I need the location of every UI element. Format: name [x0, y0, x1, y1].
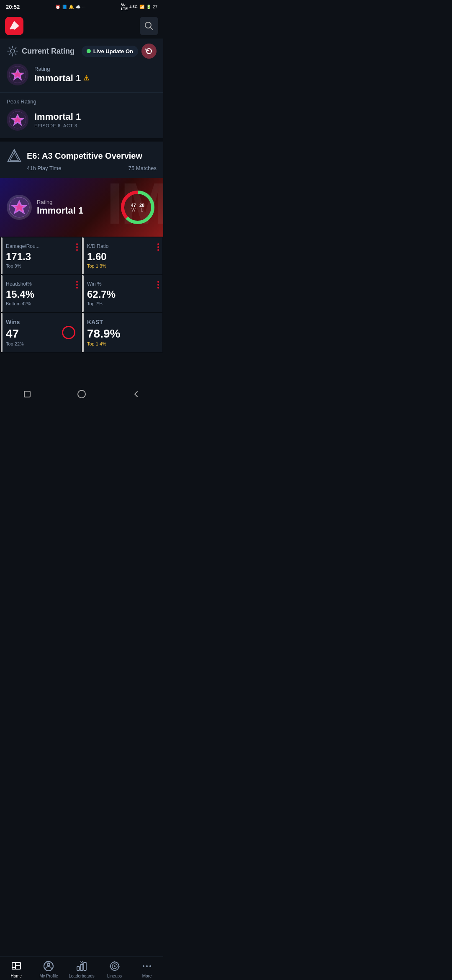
back-icon	[132, 390, 140, 398]
stat-value-kd: 1.60	[87, 251, 157, 263]
status-bar: 20:52 ⏰ 📘 🔔 ☁️ ··· VoLTE 4.5G 📶 🔋 27	[0, 0, 163, 13]
bottom-stat-card-wins: Wins 47 Top 22%	[1, 313, 81, 352]
overview-title: E6: A3 Competitive Overview	[27, 151, 142, 161]
search-button[interactable]	[140, 17, 158, 35]
refresh-icon	[145, 47, 153, 55]
stat-more-win[interactable]	[157, 281, 159, 289]
stat-bar	[1, 237, 3, 274]
play-time: 41h Play Time	[27, 165, 61, 171]
status-time: 20:52	[6, 4, 20, 10]
stat-bar-wins-bottom	[1, 313, 3, 352]
stat-title-kd: K/D Ratio	[87, 243, 157, 249]
peak-rating-section: Peak Rating Immortal 1 EPISODE 6: ACT 3	[0, 92, 163, 138]
alarm-icon: ⏰	[55, 5, 60, 9]
section-divider	[0, 138, 163, 142]
stat-bar-hs	[1, 275, 3, 312]
notification-icon: 🔔	[69, 5, 74, 9]
overview-icon	[7, 148, 22, 163]
overview-header: E6: A3 Competitive Overview	[7, 148, 157, 163]
svg-point-49	[78, 390, 85, 398]
stat-bar-win	[82, 275, 84, 312]
donut-text: 47 W 28 L	[131, 203, 145, 212]
card-rating-label: Rating	[37, 199, 83, 205]
stop-icon	[23, 390, 31, 398]
bottom-spacer	[0, 353, 163, 387]
card-rating-name: Immortal 1	[37, 205, 83, 216]
stats-card-bg: Rating Immortal 1 47 W 28 L	[0, 178, 163, 237]
stats-grid: Damage/Rou... 171.3 Top 9% K/D Ratio 1.6…	[0, 237, 163, 313]
home-button-icon	[77, 389, 86, 399]
bottom-stat-title-wins: Wins	[6, 319, 76, 325]
stat-title-damage: Damage/Rou...	[6, 243, 76, 249]
win-loss-donut: 47 W 28 L	[119, 188, 157, 226]
triangle-logo-icon	[7, 149, 21, 163]
peak-episode: EPISODE 6: ACT 3	[34, 123, 81, 128]
bottom-stat-card-kast: KAST 78.9% Top 1.4%	[82, 313, 162, 352]
warning-icon: ⚠	[83, 74, 89, 82]
stat-rank-win: Top 7%	[87, 301, 157, 306]
volte-icon: VoLTE	[121, 3, 128, 11]
stat-card-damage: Damage/Rou... 171.3 Top 9%	[1, 237, 81, 274]
home-button[interactable]	[77, 389, 87, 399]
rating-title-icon	[7, 45, 18, 57]
search-icon	[144, 21, 154, 31]
stat-rank-damage: Top 9%	[6, 263, 76, 268]
top-bar	[0, 13, 163, 39]
stat-value-damage: 171.3	[6, 251, 76, 263]
svg-line-9	[15, 48, 16, 49]
card-rating-text: Rating Immortal 1	[37, 199, 83, 216]
dots-icon: ···	[82, 5, 85, 9]
stat-bar-kast	[82, 313, 84, 352]
status-icons: ⏰ 📘 🔔 ☁️ ···	[55, 5, 85, 9]
immortal-rank-icon	[8, 65, 27, 84]
current-rating-section: Current Rating Live Update On Ra	[0, 39, 163, 92]
rating-info: Rating Immortal 1 ⚠	[7, 64, 157, 85]
bottom-stat-value-kast: 78.9%	[87, 327, 157, 340]
match-count: 75 Matches	[128, 165, 157, 171]
card-immortal-icon	[8, 196, 30, 218]
app-logo[interactable]	[5, 17, 23, 35]
current-rating-title: Current Rating	[7, 45, 74, 57]
overview-section: E6: A3 Competitive Overview 41h Play Tim…	[0, 142, 163, 178]
stop-button[interactable]	[22, 389, 32, 399]
stat-card-kd: K/D Ratio 1.60 Top 1.3%	[82, 237, 162, 274]
svg-point-2	[10, 49, 15, 53]
rank-name: Immortal 1 ⚠	[34, 73, 89, 84]
stat-rank-kd: Top 1.3%	[87, 263, 157, 268]
overview-meta: 41h Play Time 75 Matches	[7, 165, 157, 171]
cloud-icon: ☁️	[75, 5, 80, 9]
peak-rank-icon	[7, 109, 28, 131]
stat-more-kd[interactable]	[157, 243, 159, 251]
back-button[interactable]	[131, 389, 141, 399]
live-dot	[87, 49, 91, 53]
rank-details: Rating Immortal 1 ⚠	[34, 66, 89, 84]
circle-icon	[62, 326, 75, 339]
live-update-label: Live Update On	[93, 48, 133, 54]
stat-more-damage[interactable]	[76, 243, 78, 251]
svg-marker-18	[10, 153, 18, 160]
bottom-stats: Wins 47 Top 22% KAST 78.9% Top 1.4%	[0, 313, 163, 353]
status-right: VoLTE 4.5G 📶 🔋 27	[121, 3, 157, 11]
svg-line-8	[15, 54, 16, 55]
stat-value-hs: 15.4%	[6, 289, 76, 300]
stat-card-hs: Headshot% 15.4% Bottom 42%	[1, 275, 81, 312]
peak-immortal-icon	[8, 111, 27, 129]
network-speed: 4.5G	[129, 5, 138, 9]
rating-header-row: Current Rating Live Update On	[7, 44, 157, 59]
peak-rank-name: Immortal 1	[34, 111, 81, 122]
stat-value-win: 62.7%	[87, 289, 157, 300]
svg-rect-48	[24, 391, 30, 397]
refresh-button[interactable]	[141, 44, 157, 59]
live-update-pill: Live Update On	[82, 46, 138, 57]
losses-label: L	[139, 208, 144, 212]
live-update-area: Live Update On	[82, 44, 157, 59]
stat-more-hs[interactable]	[76, 281, 78, 289]
current-rank-icon	[7, 64, 28, 85]
svg-line-1	[150, 27, 153, 30]
bottom-stat-title-kast: KAST	[87, 319, 157, 325]
stat-title-win: Win %	[87, 281, 157, 287]
losses-count: 28	[139, 203, 144, 208]
rank-label: Rating	[34, 66, 89, 72]
svg-line-10	[9, 54, 10, 55]
valorant-logo-icon	[8, 20, 20, 32]
